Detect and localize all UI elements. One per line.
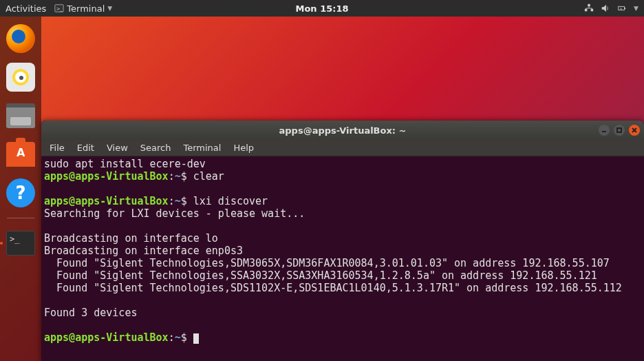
software-icon (6, 142, 35, 167)
app-menu-label: Terminal (67, 3, 105, 14)
svg-rect-3 (591, 9, 594, 12)
dock-separator (7, 218, 34, 218)
svg-marker-5 (602, 5, 606, 12)
terminal-menubar: File Edit View Search Terminal Help (41, 140, 644, 156)
svg-rect-7 (625, 8, 626, 9)
dock-item-software[interactable] (4, 138, 37, 171)
menu-view[interactable]: View (103, 141, 132, 154)
dock-item-terminal[interactable]: >_ (4, 227, 37, 260)
system-menu-chevron-icon[interactable]: ▼ (634, 5, 638, 12)
term-cmd: clear (193, 170, 224, 183)
dock-item-firefox[interactable] (4, 22, 37, 55)
term-line: Broadcasting on interface enp0s3 (44, 245, 243, 257)
minimize-icon (601, 127, 607, 133)
prompt-suffix: $ (181, 170, 187, 183)
term-line: sudo apt install ecere-dev (44, 158, 206, 170)
prompt-suffix: $ (181, 195, 187, 207)
terminal-body[interactable]: sudo apt install ecere-dev apps@apps-Vir… (41, 156, 644, 361)
dock-item-rhythmbox[interactable] (4, 61, 37, 94)
maximize-icon (616, 127, 622, 133)
menu-search[interactable]: Search (136, 141, 175, 154)
network-icon[interactable] (584, 3, 594, 13)
speaker-icon (6, 63, 35, 92)
prompt-user: apps@apps-VirtualBox (44, 170, 169, 183)
terminal-window: apps@apps-VirtualBox: ~ File Edit View S… (41, 121, 644, 361)
prompt-path: ~ (175, 195, 181, 207)
svg-rect-9 (617, 128, 621, 132)
prompt-path: ~ (175, 331, 181, 344)
term-line: Found "Siglent Technologies,SDM3065X,SDM… (44, 257, 610, 269)
window-title: apps@apps-VirtualBox: ~ (279, 125, 407, 136)
dock-item-files[interactable] (4, 99, 37, 132)
prompt-user: apps@apps-VirtualBox (44, 331, 169, 344)
battery-icon[interactable] (617, 3, 627, 13)
svg-text:>_: >_ (56, 6, 63, 12)
menu-file[interactable]: File (45, 141, 69, 154)
help-icon: ? (6, 178, 35, 207)
dock: ? >_ (0, 17, 41, 361)
term-line: Found "Siglent Technologies,SSA3032X,SSA… (44, 269, 597, 282)
svg-rect-2 (585, 9, 588, 12)
cursor (193, 333, 199, 344)
chevron-down-icon: ▼ (107, 5, 112, 12)
clock[interactable]: Mon 15:18 (295, 3, 348, 14)
activities-button[interactable]: Activities (6, 3, 46, 14)
menu-edit[interactable]: Edit (73, 141, 98, 154)
terminal-dock-icon: >_ (6, 231, 35, 256)
term-line: Found "Siglent Technologies,SDS1102X-E,S… (44, 282, 622, 294)
app-menu[interactable]: >_ Terminal ▼ (54, 3, 112, 14)
close-icon (632, 127, 637, 133)
menu-help[interactable]: Help (229, 141, 258, 154)
top-panel: Activities >_ Terminal ▼ Mon 15:18 ▼ (0, 0, 644, 17)
term-line: Searching for LXI devices - please wait.… (44, 207, 305, 220)
prompt-user: apps@apps-VirtualBox (44, 195, 169, 207)
window-titlebar[interactable]: apps@apps-VirtualBox: ~ (41, 121, 644, 140)
window-minimize-button[interactable] (599, 125, 610, 136)
dock-item-help[interactable]: ? (4, 176, 37, 209)
files-icon (6, 103, 35, 128)
prompt-path: ~ (175, 170, 181, 183)
term-line: Broadcasting on interface lo (44, 232, 218, 245)
window-close-button[interactable] (629, 125, 640, 136)
terminal-icon: >_ (54, 3, 64, 13)
window-maximize-button[interactable] (614, 125, 625, 136)
firefox-icon (6, 24, 35, 53)
prompt-suffix: $ (181, 331, 187, 344)
svg-rect-4 (588, 4, 590, 7)
menu-terminal[interactable]: Terminal (179, 141, 225, 154)
term-cmd: lxi discover (193, 195, 268, 207)
volume-icon[interactable] (601, 3, 610, 13)
term-line: Found 3 devices (44, 307, 137, 319)
